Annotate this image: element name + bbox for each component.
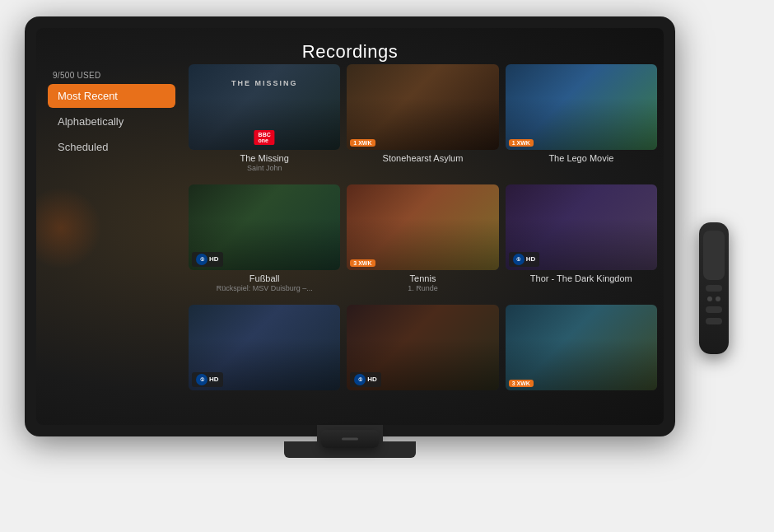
grid-item-row3a[interactable]: ① HD: [189, 305, 340, 418]
grid-item-the-missing[interactable]: BBCone The Missing Saint John: [189, 64, 340, 178]
thumbnail-row3a: ① HD: [189, 305, 340, 390]
apple-tv-box: [321, 430, 379, 448]
thumbnail-the-missing: BBCone: [189, 64, 340, 150]
thumbnail-tennis: 3 XWK: [347, 184, 498, 270]
grid-item-lego[interactable]: 1 XWK The Lego Movie: [506, 64, 657, 178]
grid-item-tennis[interactable]: 3 XWK Tennis 1. Runde: [347, 184, 498, 298]
tv-shell: Recordings 9/500 USED Most Recent Alphab…: [25, 16, 675, 478]
grid-item-thor[interactable]: ① HD Thor - The Dark Kingdom: [506, 184, 657, 298]
item-title-stonehearst: Stonehearst Asylum: [383, 153, 464, 163]
thumbnail-fussball: ① HD: [189, 184, 340, 270]
page-title: Recordings: [36, 41, 664, 63]
remote-control: [699, 222, 729, 354]
item-title-the-missing: The Missing: [240, 153, 289, 163]
sidebar: Most Recent Alphabetically Scheduled: [48, 84, 175, 161]
item-title-thor: Thor - The Dark Kingdom: [530, 273, 632, 283]
thumbnail-row3b: ① HD: [347, 305, 498, 390]
remote-dot-2: [716, 296, 720, 301]
sidebar-item-alphabetically[interactable]: Alphabetically: [48, 110, 175, 133]
content-grid: BBCone The Missing Saint John 1 XWK Ston…: [189, 64, 657, 418]
item-title-fussball: Fußball: [249, 273, 280, 283]
sidebar-item-most-recent[interactable]: Most Recent: [48, 84, 175, 108]
tv-bezel: Recordings 9/500 USED Most Recent Alphab…: [25, 16, 675, 436]
item-subtitle-fussball: Rückspiel: MSV Duisburg –...: [217, 284, 313, 292]
item-title-tennis: Tennis: [410, 273, 436, 283]
remote-touchpad[interactable]: [703, 231, 725, 280]
grid-item-row3c[interactable]: 3 XWK: [506, 305, 657, 418]
tv-screen: Recordings 9/500 USED Most Recent Alphab…: [36, 28, 664, 425]
remote-dot-1: [707, 296, 712, 301]
remote-button-1[interactable]: [706, 285, 722, 292]
sidebar-item-scheduled[interactable]: Scheduled: [48, 135, 175, 159]
thumbnail-thor: ① HD: [506, 184, 657, 270]
grid-item-stonehearst[interactable]: 1 XWK Stonehearst Asylum: [347, 64, 498, 178]
thumbnail-row3c: 3 XWK: [506, 305, 657, 390]
storage-info: 9/500 USED: [53, 71, 101, 80]
item-title-lego: The Lego Movie: [548, 153, 613, 163]
thumbnail-stonehearst: 1 XWK: [347, 64, 498, 150]
grid-item-row3b[interactable]: ① HD: [347, 305, 498, 418]
item-subtitle-the-missing: Saint John: [247, 164, 282, 172]
remote-button-3[interactable]: [706, 318, 722, 324]
remote-button-2[interactable]: [706, 306, 722, 313]
grid-item-fussball[interactable]: ① HD Fußball Rückspiel: MSV Duisburg –..…: [189, 184, 340, 298]
item-subtitle-tennis: 1. Runde: [408, 284, 438, 292]
thumbnail-lego: 1 XWK: [506, 64, 657, 150]
